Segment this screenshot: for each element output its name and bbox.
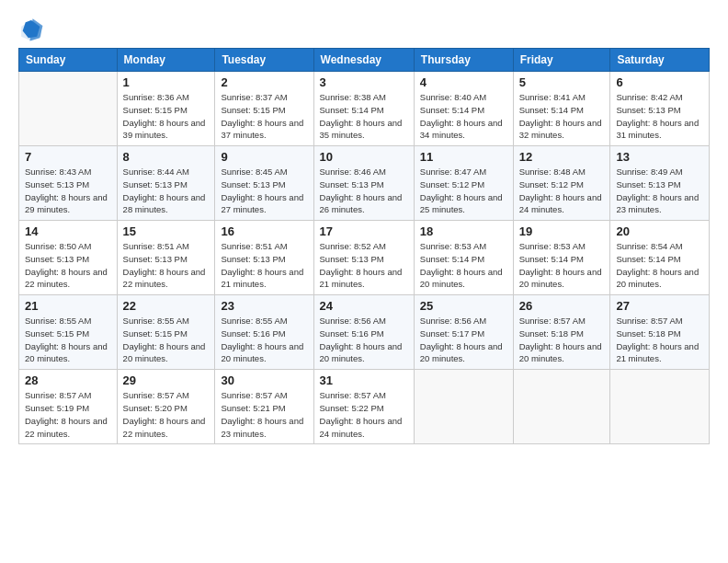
daylight-text: Daylight: 8 hours and 21 minutes.	[221, 267, 303, 290]
sunrise-text: Sunrise: 8:42 AM	[616, 92, 682, 102]
day-number: 11	[420, 150, 507, 164]
day-number: 22	[123, 299, 210, 313]
calendar-cell: 17Sunrise: 8:52 AMSunset: 5:13 PMDayligh…	[313, 221, 414, 295]
daylight-text: Daylight: 8 hours and 27 minutes.	[221, 192, 303, 215]
calendar-cell: 26Sunrise: 8:57 AMSunset: 5:18 PMDayligh…	[513, 295, 610, 370]
day-number: 6	[616, 75, 703, 89]
day-number: 10	[320, 150, 408, 164]
sunset-text: Sunset: 5:13 PM	[616, 179, 680, 190]
day-info: Sunrise: 8:47 AMSunset: 5:12 PMDaylight:…	[420, 166, 507, 216]
daylight-text: Daylight: 8 hours and 31 minutes.	[616, 118, 699, 141]
sunrise-text: Sunrise: 8:56 AM	[320, 316, 386, 326]
sunset-text: Sunset: 5:13 PM	[320, 254, 384, 264]
day-number: 27	[616, 299, 703, 313]
daylight-text: Daylight: 8 hours and 23 minutes.	[221, 416, 303, 439]
weekday-header-friday: Friday	[513, 49, 610, 72]
daylight-text: Daylight: 8 hours and 20 minutes.	[25, 341, 108, 364]
day-info: Sunrise: 8:48 AMSunset: 5:12 PMDaylight:…	[519, 166, 605, 216]
calendar-week-row: 1Sunrise: 8:36 AMSunset: 5:15 PMDaylight…	[19, 72, 710, 146]
sunset-text: Sunset: 5:18 PM	[616, 328, 680, 339]
sunset-text: Sunset: 5:14 PM	[420, 254, 484, 264]
day-info: Sunrise: 8:56 AMSunset: 5:16 PMDaylight:…	[320, 315, 408, 365]
sunset-text: Sunset: 5:13 PM	[221, 179, 285, 190]
day-info: Sunrise: 8:51 AMSunset: 5:13 PMDaylight:…	[221, 240, 307, 291]
day-number: 28	[25, 373, 111, 387]
sunset-text: Sunset: 5:20 PM	[123, 403, 188, 413]
daylight-text: Daylight: 8 hours and 22 minutes.	[25, 267, 108, 290]
day-number: 17	[320, 224, 408, 238]
sunrise-text: Sunrise: 8:38 AM	[320, 92, 386, 102]
daylight-text: Daylight: 8 hours and 24 minutes.	[320, 416, 403, 439]
sunset-text: Sunset: 5:17 PM	[420, 328, 484, 339]
day-info: Sunrise: 8:50 AMSunset: 5:13 PMDaylight:…	[25, 240, 111, 291]
calendar-cell: 19Sunrise: 8:53 AMSunset: 5:14 PMDayligh…	[513, 221, 610, 295]
sunrise-text: Sunrise: 8:53 AM	[519, 241, 586, 251]
calendar-cell	[19, 72, 118, 146]
sunrise-text: Sunrise: 8:57 AM	[519, 316, 586, 326]
day-info: Sunrise: 8:44 AMSunset: 5:13 PMDaylight:…	[123, 166, 210, 216]
sunset-text: Sunset: 5:14 PM	[420, 105, 484, 115]
day-info: Sunrise: 8:51 AMSunset: 5:13 PMDaylight:…	[123, 240, 210, 291]
calendar-cell: 24Sunrise: 8:56 AMSunset: 5:16 PMDayligh…	[313, 295, 414, 370]
calendar-cell: 9Sunrise: 8:45 AMSunset: 5:13 PMDaylight…	[215, 146, 313, 221]
day-number: 14	[25, 224, 111, 238]
daylight-text: Daylight: 8 hours and 20 minutes.	[420, 267, 503, 290]
sunrise-text: Sunrise: 8:36 AM	[123, 92, 189, 102]
day-info: Sunrise: 8:57 AMSunset: 5:22 PMDaylight:…	[320, 389, 408, 440]
daylight-text: Daylight: 8 hours and 37 minutes.	[221, 118, 303, 141]
daylight-text: Daylight: 8 hours and 24 minutes.	[519, 192, 602, 215]
day-info: Sunrise: 8:45 AMSunset: 5:13 PMDaylight:…	[221, 166, 307, 216]
day-number: 23	[221, 299, 307, 313]
sunset-text: Sunset: 5:12 PM	[420, 179, 484, 190]
sunset-text: Sunset: 5:15 PM	[25, 328, 89, 339]
day-info: Sunrise: 8:42 AMSunset: 5:13 PMDaylight:…	[616, 91, 703, 142]
day-number: 31	[320, 373, 408, 387]
weekday-header-tuesday: Tuesday	[215, 49, 313, 72]
day-number: 18	[420, 224, 507, 238]
calendar-cell	[414, 370, 513, 444]
calendar-cell: 2Sunrise: 8:37 AMSunset: 5:15 PMDaylight…	[215, 72, 313, 146]
sunrise-text: Sunrise: 8:53 AM	[420, 241, 486, 251]
calendar-cell: 3Sunrise: 8:38 AMSunset: 5:14 PMDaylight…	[313, 72, 414, 146]
day-number: 2	[221, 75, 307, 89]
day-number: 7	[25, 150, 111, 164]
calendar-cell: 28Sunrise: 8:57 AMSunset: 5:19 PMDayligh…	[19, 370, 118, 444]
calendar-table: SundayMondayTuesdayWednesdayThursdayFrid…	[18, 48, 710, 444]
sunrise-text: Sunrise: 8:49 AM	[616, 167, 682, 177]
day-info: Sunrise: 8:54 AMSunset: 5:14 PMDaylight:…	[616, 240, 703, 291]
day-number: 20	[616, 224, 703, 238]
page: SundayMondayTuesdayWednesdayThursdayFrid…	[0, 0, 728, 563]
sunrise-text: Sunrise: 8:55 AM	[25, 316, 91, 326]
daylight-text: Daylight: 8 hours and 26 minutes.	[320, 192, 403, 215]
daylight-text: Daylight: 8 hours and 22 minutes.	[123, 267, 206, 290]
sunrise-text: Sunrise: 8:37 AM	[221, 92, 287, 102]
calendar-cell: 31Sunrise: 8:57 AMSunset: 5:22 PMDayligh…	[313, 370, 414, 444]
sunrise-text: Sunrise: 8:48 AM	[519, 167, 586, 177]
sunset-text: Sunset: 5:12 PM	[519, 179, 584, 190]
sunrise-text: Sunrise: 8:44 AM	[123, 167, 189, 177]
day-number: 8	[123, 150, 210, 164]
calendar-cell: 1Sunrise: 8:36 AMSunset: 5:15 PMDaylight…	[117, 72, 215, 146]
sunrise-text: Sunrise: 8:57 AM	[25, 390, 91, 400]
day-info: Sunrise: 8:53 AMSunset: 5:14 PMDaylight:…	[420, 240, 507, 291]
sunset-text: Sunset: 5:21 PM	[221, 403, 285, 413]
calendar-cell: 21Sunrise: 8:55 AMSunset: 5:15 PMDayligh…	[19, 295, 118, 370]
daylight-text: Daylight: 8 hours and 20 minutes.	[519, 341, 602, 364]
sunrise-text: Sunrise: 8:46 AM	[320, 167, 386, 177]
weekday-header-monday: Monday	[117, 49, 215, 72]
sunset-text: Sunset: 5:14 PM	[616, 254, 680, 264]
daylight-text: Daylight: 8 hours and 20 minutes.	[616, 267, 699, 290]
sunrise-text: Sunrise: 8:55 AM	[123, 316, 189, 326]
day-info: Sunrise: 8:41 AMSunset: 5:14 PMDaylight:…	[519, 91, 605, 142]
sunset-text: Sunset: 5:16 PM	[320, 328, 384, 339]
sunrise-text: Sunrise: 8:40 AM	[420, 92, 486, 102]
calendar-week-row: 21Sunrise: 8:55 AMSunset: 5:15 PMDayligh…	[19, 295, 710, 370]
day-number: 13	[616, 150, 703, 164]
calendar-cell: 6Sunrise: 8:42 AMSunset: 5:13 PMDaylight…	[610, 72, 710, 146]
daylight-text: Daylight: 8 hours and 34 minutes.	[420, 118, 503, 141]
day-info: Sunrise: 8:43 AMSunset: 5:13 PMDaylight:…	[25, 166, 111, 216]
sunrise-text: Sunrise: 8:43 AM	[25, 167, 91, 177]
sunset-text: Sunset: 5:15 PM	[221, 105, 285, 115]
daylight-text: Daylight: 8 hours and 22 minutes.	[25, 416, 108, 439]
calendar-cell: 10Sunrise: 8:46 AMSunset: 5:13 PMDayligh…	[313, 146, 414, 221]
